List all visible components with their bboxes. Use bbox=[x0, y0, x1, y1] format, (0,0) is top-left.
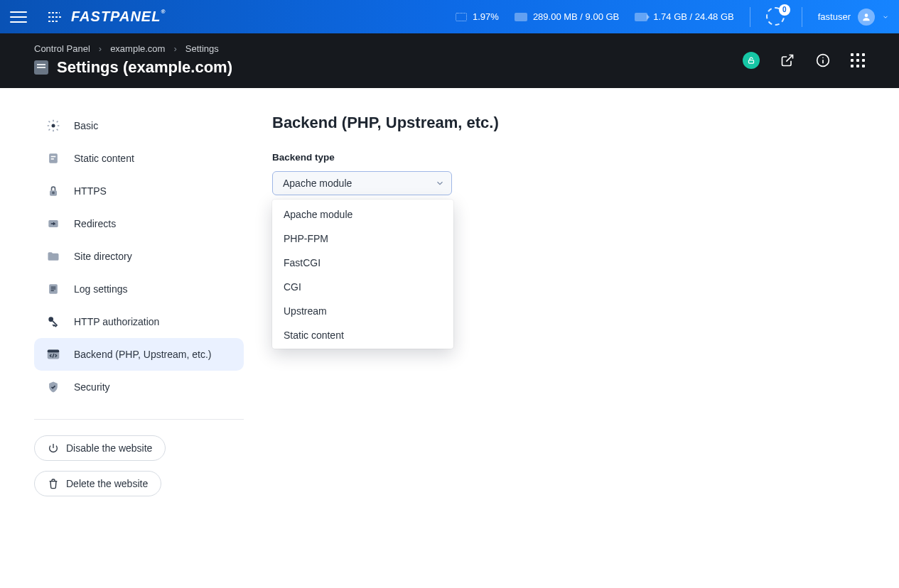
svg-point-8 bbox=[822, 57, 824, 58]
sidebar-item-label: Redirects bbox=[74, 218, 116, 229]
brand-logo[interactable]: FASTPANEL® bbox=[47, 9, 166, 25]
sidebar-item-label: Backend (PHP, Upstream, etc.) bbox=[74, 349, 211, 360]
chevron-down-icon bbox=[882, 13, 889, 21]
info-button[interactable] bbox=[815, 53, 831, 68]
topbar-divider bbox=[750, 7, 750, 27]
svg-rect-18 bbox=[51, 288, 56, 289]
delete-label: Delete the website bbox=[66, 478, 148, 489]
sidebar-item-logs[interactable]: Log settings bbox=[34, 273, 244, 305]
sidebar-item-directory[interactable]: Site directory bbox=[34, 240, 244, 273]
sidebar-item-label: Security bbox=[74, 381, 110, 393]
cpu-stat: 1.97% bbox=[456, 11, 499, 22]
redirect-icon bbox=[45, 216, 61, 232]
svg-point-9 bbox=[52, 124, 55, 128]
key-icon bbox=[45, 314, 61, 330]
topbar-divider bbox=[802, 7, 802, 27]
dropdown-option-upstream[interactable]: Upstream bbox=[272, 299, 453, 323]
code-icon bbox=[45, 347, 61, 362]
backend-type-label: Backend type bbox=[272, 152, 865, 163]
unlock-icon bbox=[747, 56, 755, 65]
page-title: Settings (example.com) bbox=[57, 58, 232, 77]
sidebar-item-security[interactable]: Security bbox=[34, 371, 244, 403]
svg-rect-4 bbox=[749, 60, 754, 63]
mem-value: 289.00 MB / 9.00 GB bbox=[533, 11, 619, 22]
brand-text: FASTPANEL® bbox=[71, 9, 166, 25]
power-icon bbox=[48, 442, 59, 454]
username: fastuser bbox=[818, 11, 851, 22]
sidebar-item-auth[interactable]: HTTP authorization bbox=[34, 305, 244, 338]
chevron-right-icon: › bbox=[173, 43, 176, 54]
disable-website-button[interactable]: Disable the website bbox=[34, 435, 166, 461]
dropdown-scroll[interactable]: Apache module PHP-FPM FastCGI CGI Upstre… bbox=[272, 202, 453, 346]
chevron-right-icon: › bbox=[99, 43, 102, 54]
gear-icon bbox=[45, 118, 61, 134]
sidebar-item-backend[interactable]: Backend (PHP, Upstream, etc.) bbox=[34, 338, 244, 371]
memory-icon bbox=[515, 13, 527, 21]
user-icon bbox=[861, 12, 871, 22]
sidebar-item-label: Log settings bbox=[74, 283, 128, 295]
sidebar-item-redirects[interactable]: Redirects bbox=[34, 207, 244, 240]
sidebar-item-label: Site directory bbox=[74, 251, 132, 262]
page-icon bbox=[34, 60, 48, 75]
svg-rect-19 bbox=[51, 290, 54, 291]
cpu-icon bbox=[456, 13, 467, 21]
backend-type-value: Apache module bbox=[283, 178, 352, 189]
disk-value: 1.74 GB / 24.48 GB bbox=[653, 11, 733, 22]
sidebar-item-label: HTTPS bbox=[74, 185, 107, 197]
dropdown-option-static[interactable]: Static content bbox=[272, 323, 453, 346]
menu-toggle[interactable] bbox=[10, 9, 27, 26]
avatar bbox=[858, 9, 875, 26]
open-site-button[interactable] bbox=[780, 53, 795, 68]
tasks-indicator[interactable]: 0 bbox=[766, 7, 786, 27]
panel-heading: Backend (PHP, Upstream, etc.) bbox=[272, 114, 865, 132]
list-icon bbox=[45, 281, 61, 297]
crumb-domain[interactable]: example.com bbox=[110, 43, 165, 54]
brand-glyph-icon bbox=[47, 10, 67, 24]
dropdown-option-apache[interactable]: Apache module bbox=[272, 202, 453, 227]
breadcrumb: Control Panel › example.com › Settings bbox=[34, 43, 232, 54]
backend-type-field: Apache module Apache module PHP-FPM Fast… bbox=[272, 171, 452, 195]
info-icon bbox=[816, 53, 830, 67]
svg-rect-17 bbox=[51, 287, 56, 288]
mem-stat: 289.00 MB / 9.00 GB bbox=[515, 11, 619, 22]
sidebar: Basic Static content HTTPS Redirects Sit bbox=[34, 109, 244, 506]
svg-rect-12 bbox=[51, 158, 54, 160]
sidebar-item-https[interactable]: HTTPS bbox=[34, 175, 244, 207]
backend-type-select[interactable]: Apache module bbox=[272, 171, 452, 195]
disable-label: Disable the website bbox=[66, 442, 152, 454]
document-icon bbox=[45, 151, 61, 166]
delete-website-button[interactable]: Delete the website bbox=[34, 471, 161, 496]
disk-stat: 1.74 GB / 24.48 GB bbox=[635, 11, 733, 22]
chevron-down-icon bbox=[435, 178, 445, 188]
sidebar-divider bbox=[34, 419, 244, 420]
user-menu[interactable]: fastuser bbox=[818, 9, 889, 26]
subheader: Control Panel › example.com › Settings S… bbox=[0, 33, 899, 88]
folder-icon bbox=[45, 249, 61, 264]
svg-line-5 bbox=[786, 55, 792, 61]
svg-point-3 bbox=[865, 13, 868, 17]
trash-icon bbox=[48, 478, 59, 489]
cpu-value: 1.97% bbox=[473, 11, 499, 22]
crumb-control-panel[interactable]: Control Panel bbox=[34, 43, 90, 54]
sidebar-item-label: Basic bbox=[74, 120, 98, 131]
ssl-status-badge[interactable] bbox=[743, 52, 760, 69]
body: Basic Static content HTTPS Redirects Sit bbox=[0, 88, 899, 528]
dropdown-option-fastcgi[interactable]: FastCGI bbox=[272, 251, 453, 275]
apps-button[interactable] bbox=[851, 53, 865, 67]
dropdown-option-cgi[interactable]: CGI bbox=[272, 275, 453, 299]
disk-icon bbox=[635, 13, 647, 21]
svg-point-14 bbox=[53, 192, 54, 193]
svg-rect-22 bbox=[48, 350, 60, 353]
sidebar-item-static[interactable]: Static content bbox=[34, 142, 244, 175]
lock-icon bbox=[45, 183, 61, 199]
crumb-settings[interactable]: Settings bbox=[185, 43, 219, 54]
shield-icon bbox=[45, 379, 61, 395]
svg-rect-11 bbox=[51, 156, 56, 158]
backend-type-dropdown: Apache module PHP-FPM FastCGI CGI Upstre… bbox=[272, 200, 453, 349]
topbar: FASTPANEL® 1.97% 289.00 MB / 9.00 GB 1.7… bbox=[0, 0, 899, 33]
sidebar-item-basic[interactable]: Basic bbox=[34, 109, 244, 142]
tasks-count-badge: 0 bbox=[779, 4, 790, 16]
sidebar-item-label: Static content bbox=[74, 153, 134, 164]
dropdown-option-phpfpm[interactable]: PHP-FPM bbox=[272, 227, 453, 251]
external-link-icon bbox=[780, 53, 795, 67]
